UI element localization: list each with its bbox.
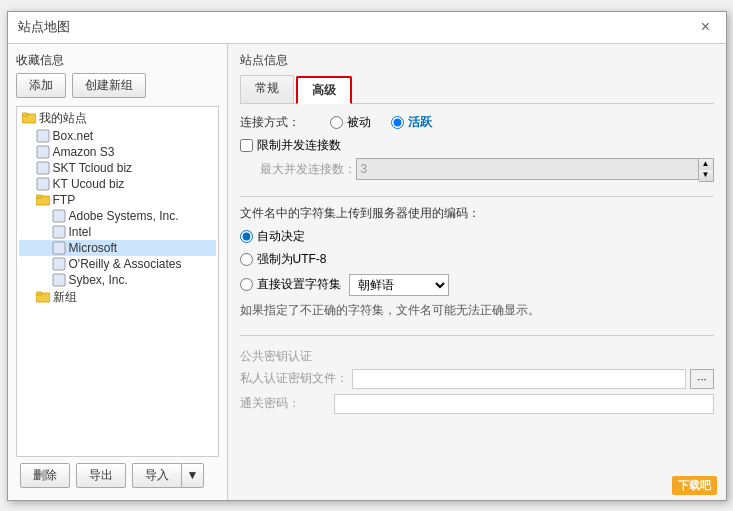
svg-rect-14 [36, 292, 42, 295]
divider [240, 196, 714, 197]
list-item[interactable]: 新组 [19, 288, 216, 307]
max-conn-spinner: ▲ ▼ [356, 158, 714, 182]
delete-button[interactable]: 删除 [20, 463, 70, 488]
file-icon [51, 225, 67, 239]
list-item[interactable]: Microsoft [19, 240, 216, 256]
titlebar: 站点地图 × [8, 12, 726, 44]
item-label: KT Ucoud biz [53, 177, 125, 191]
file-icon [35, 129, 51, 143]
watermark: 下载吧 [672, 476, 717, 495]
list-item[interactable]: Intel [19, 224, 216, 240]
passive-radio-label[interactable]: 被动 [330, 114, 371, 131]
svg-rect-10 [53, 242, 65, 254]
item-label: Sybex, Inc. [69, 273, 128, 287]
list-item[interactable]: KT Ucoud biz [19, 176, 216, 192]
limit-connections-label: 限制并发连接数 [257, 137, 341, 154]
favorites-label: 收藏信息 [16, 52, 219, 69]
auto-charset-label[interactable]: 自动决定 [240, 228, 714, 245]
private-key-browse-button[interactable]: ··· [690, 369, 713, 389]
passphrase-label: 通关密码： [240, 395, 330, 412]
spin-buttons: ▲ ▼ [699, 158, 714, 182]
tab-normal[interactable]: 常规 [240, 75, 294, 103]
svg-rect-8 [53, 210, 65, 222]
limit-connections-checkbox[interactable] [240, 139, 253, 152]
max-conn-row: 最大并发连接数： ▲ ▼ [260, 158, 714, 182]
main-content: 收藏信息 添加 创建新组 我的站点 [8, 44, 726, 500]
divider2 [240, 335, 714, 336]
utf8-charset-text: 强制为UTF-8 [257, 251, 327, 268]
add-button[interactable]: 添加 [16, 73, 66, 98]
item-label: Microsoft [69, 241, 118, 255]
private-key-input[interactable] [352, 369, 687, 389]
item-label: Box.net [53, 129, 94, 143]
file-icon [51, 257, 67, 271]
svg-rect-3 [37, 146, 49, 158]
left-panel: 收藏信息 添加 创建新组 我的站点 [8, 44, 228, 500]
item-label: SKT Tcloud biz [53, 161, 133, 175]
auto-charset-radio[interactable] [240, 230, 253, 243]
import-button[interactable]: 导入 [132, 463, 181, 488]
export-button[interactable]: 导出 [76, 463, 126, 488]
file-icon [51, 209, 67, 223]
active-label: 活跃 [408, 114, 432, 131]
site-info-label: 站点信息 [240, 52, 714, 69]
list-item[interactable]: Adobe Systems, Inc. [19, 208, 216, 224]
charset-section-label: 文件名中的字符集上传到服务器使用的编码： [240, 205, 714, 222]
list-item[interactable]: SKT Tcloud biz [19, 160, 216, 176]
connection-row: 连接方式： 被动 活跃 [240, 114, 714, 131]
item-label: 新组 [53, 289, 77, 306]
manual-charset-label[interactable]: 直接设置字符集 [240, 276, 341, 293]
manual-charset-row: 直接设置字符集 朝鲜语 [240, 274, 714, 296]
dialog-title: 站点地图 [18, 18, 70, 36]
close-button[interactable]: × [696, 17, 716, 37]
item-label: O'Reilly & Associates [69, 257, 182, 271]
charset-select[interactable]: 朝鲜语 [349, 274, 449, 296]
utf8-charset-label[interactable]: 强制为UTF-8 [240, 251, 714, 268]
svg-rect-4 [37, 162, 49, 174]
list-item[interactable]: Sybex, Inc. [19, 272, 216, 288]
import-dropdown-button[interactable]: ▼ [181, 463, 205, 488]
svg-rect-11 [53, 258, 65, 270]
file-icon [51, 273, 67, 287]
public-key-title: 公共密钥认证 [240, 348, 714, 365]
file-icon [35, 177, 51, 191]
charset-note: 如果指定了不正确的字符集，文件名可能无法正确显示。 [240, 302, 714, 319]
active-radio[interactable] [391, 116, 404, 129]
private-key-label: 私人认证密钥文件： [240, 370, 348, 387]
site-tree[interactable]: 我的站点 Box.net Amazon S3 [16, 106, 219, 457]
spin-up-button[interactable]: ▲ [699, 159, 713, 170]
list-item[interactable]: FTP [19, 192, 216, 208]
passive-label: 被动 [347, 114, 371, 131]
limit-connections-row: 限制并发连接数 [240, 137, 714, 154]
passphrase-row: 通关密码： [240, 394, 714, 414]
spin-down-button[interactable]: ▼ [699, 170, 713, 181]
tree-root[interactable]: 我的站点 [19, 109, 216, 128]
root-folder-icon [21, 111, 37, 125]
list-item[interactable]: Box.net [19, 128, 216, 144]
item-label: Amazon S3 [53, 145, 115, 159]
file-icon [35, 161, 51, 175]
new-group-button[interactable]: 创建新组 [72, 73, 146, 98]
bottom-buttons: 删除 导出 导入 ▼ [16, 457, 219, 492]
folder-open-icon [35, 193, 51, 207]
manual-charset-radio[interactable] [240, 278, 253, 291]
right-panel: 站点信息 常规 高级 连接方式： 被动 活跃 [228, 44, 726, 500]
max-conn-label: 最大并发连接数： [260, 161, 356, 178]
folder-icon [35, 290, 51, 304]
list-item[interactable]: Amazon S3 [19, 144, 216, 160]
root-label: 我的站点 [39, 110, 87, 127]
svg-rect-5 [37, 178, 49, 190]
passive-radio[interactable] [330, 116, 343, 129]
max-conn-input[interactable] [356, 158, 699, 180]
file-icon [51, 241, 67, 255]
item-label: Adobe Systems, Inc. [69, 209, 179, 223]
active-radio-label[interactable]: 活跃 [391, 114, 432, 131]
charset-radio-group: 自动决定 强制为UTF-8 直接设置字符集 朝鲜语 [240, 228, 714, 296]
utf8-charset-radio[interactable] [240, 253, 253, 266]
file-icon [35, 145, 51, 159]
tab-advanced[interactable]: 高级 [296, 76, 352, 104]
svg-rect-7 [36, 195, 42, 198]
list-item[interactable]: O'Reilly & Associates [19, 256, 216, 272]
passphrase-input[interactable] [334, 394, 714, 414]
public-key-section: 公共密钥认证 私人认证密钥文件： ··· 通关密码： [240, 348, 714, 419]
